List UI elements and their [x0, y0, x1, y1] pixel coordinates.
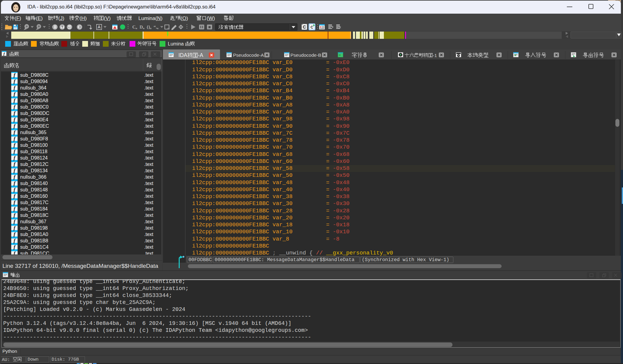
- svg-text:C: C: [303, 25, 306, 29]
- svg-text:C: C: [132, 25, 136, 29]
- svg-text:C: C: [310, 25, 313, 29]
- svg-text:A: A: [98, 25, 101, 29]
- svg-text:“.: “.: [154, 25, 157, 29]
- svg-text:D: D: [140, 25, 143, 29]
- svg-text:{}: {}: [147, 25, 150, 29]
